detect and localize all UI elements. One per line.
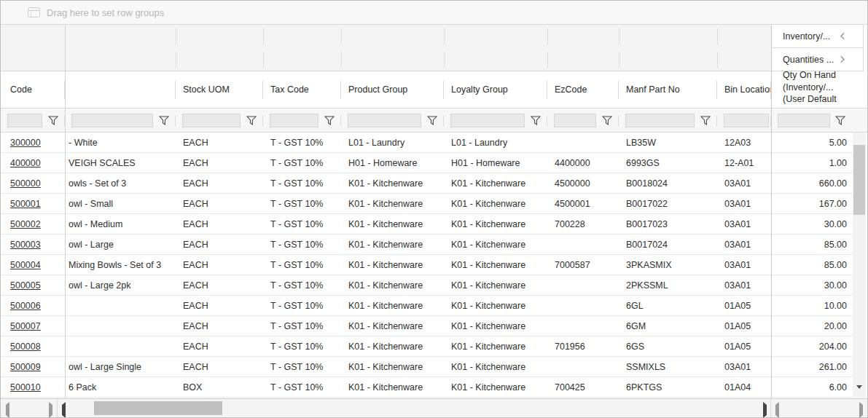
cell-description[interactable]: owl - Large Single: [65, 357, 176, 376]
cell-code[interactable]: 500005: [1, 275, 65, 295]
cell-bin_location[interactable]: 03A01: [717, 194, 771, 213]
cell-stock_uom[interactable]: EACH: [176, 275, 263, 295]
cell-qty-on-hand[interactable]: 85.00: [772, 255, 853, 275]
cell-bin_location[interactable]: 03A01: [717, 214, 771, 234]
cell-stock_uom[interactable]: EACH: [176, 153, 263, 173]
scroll-right-arrow[interactable]: [763, 405, 767, 415]
filter-input-loyalty_group[interactable]: [450, 114, 525, 127]
code-link[interactable]: 300000: [10, 138, 41, 148]
filter-funnel-icon[interactable]: [700, 116, 711, 125]
cell-qty-on-hand[interactable]: 167.00: [772, 194, 853, 214]
main-horizontal-scrollbar[interactable]: [58, 399, 771, 417]
cell-qty-on-hand[interactable]: 6.00: [772, 377, 853, 398]
cell-loyalty_group[interactable]: K01 - Kitchenware: [444, 316, 547, 336]
cell-stock_uom[interactable]: EACH: [176, 336, 263, 356]
code-link[interactable]: 500003: [10, 240, 41, 250]
cell-stock_uom[interactable]: EACH: [176, 296, 263, 315]
cell-product_group[interactable]: K01 - Kitchenware: [341, 194, 444, 213]
code-link[interactable]: 400000: [10, 158, 41, 168]
chevron-right-icon[interactable]: [840, 55, 845, 63]
cell-code[interactable]: 500010: [1, 377, 65, 397]
cell-bin_location[interactable]: 03A01: [717, 234, 771, 254]
cell-qty-on-hand[interactable]: 30.00: [772, 214, 853, 234]
filter-input-description[interactable]: [71, 114, 153, 127]
cell-tax_code[interactable]: T - GST 10%: [263, 377, 341, 397]
scroll-left-arrow[interactable]: [775, 405, 779, 415]
cell-description[interactable]: [65, 336, 176, 356]
filter-input-product_group[interactable]: [348, 114, 421, 127]
cell-code[interactable]: 400000: [1, 153, 65, 173]
filter-input-tax_code[interactable]: [270, 114, 318, 127]
cell-code[interactable]: 300000: [1, 133, 65, 152]
scroll-left-arrow[interactable]: [6, 405, 9, 415]
cell-manf_part_no[interactable]: SSMIXLS: [619, 357, 717, 376]
cell-tax_code[interactable]: T - GST 10%: [263, 194, 341, 213]
cell-stock_uom[interactable]: EACH: [176, 194, 263, 213]
cell-description[interactable]: owl - Large: [65, 234, 176, 254]
cell-code[interactable]: 500000: [1, 173, 65, 193]
filter-input-ezcode[interactable]: [554, 114, 596, 127]
cell-description[interactable]: Mixing Bowls - Set of 3: [65, 255, 176, 275]
cell-tax_code[interactable]: T - GST 10%: [263, 153, 341, 173]
cell-bin_location[interactable]: 01A04: [717, 377, 771, 397]
cell-code[interactable]: 500003: [1, 234, 65, 254]
filter-funnel-icon[interactable]: [48, 116, 58, 125]
cell-bin_location[interactable]: 01A05: [717, 296, 771, 315]
code-link[interactable]: 500002: [10, 219, 41, 229]
cell-qty-on-hand[interactable]: 10.00: [772, 296, 853, 316]
code-link[interactable]: 500005: [10, 280, 41, 291]
code-link[interactable]: 500004: [10, 260, 41, 270]
cell-loyalty_group[interactable]: K01 - Kitchenware: [444, 336, 547, 356]
cell-loyalty_group[interactable]: K01 - Kitchenware: [444, 377, 547, 397]
cell-description[interactable]: owl - Large 2pk: [65, 275, 176, 295]
column-header-code[interactable]: Code: [1, 71, 65, 108]
horizontal-scrollbar-thumb[interactable]: [94, 401, 222, 415]
cell-loyalty_group[interactable]: K01 - Kitchenware: [444, 234, 547, 254]
cell-manf_part_no[interactable]: 6993GS: [619, 153, 717, 173]
cell-bin_location[interactable]: 03A01: [717, 173, 771, 193]
column-header-manf_part_no[interactable]: Manf Part No: [619, 71, 717, 108]
code-link[interactable]: 500008: [10, 342, 41, 352]
filter-input-bin_location[interactable]: [724, 114, 769, 127]
cell-code[interactable]: 500001: [1, 194, 65, 213]
column-header-tax_code[interactable]: Tax Code: [263, 71, 341, 108]
pinned-right-scrollbar[interactable]: [771, 399, 867, 417]
cell-manf_part_no[interactable]: B0017023: [619, 214, 717, 234]
cell-qty-on-hand[interactable]: 20.00: [772, 316, 853, 336]
cell-manf_part_no[interactable]: 3PKASMIX: [619, 255, 717, 275]
cell-product_group[interactable]: K01 - Kitchenware: [341, 275, 444, 295]
cell-loyalty_group[interactable]: K01 - Kitchenware: [444, 194, 547, 213]
cell-stock_uom[interactable]: EACH: [176, 357, 263, 376]
cell-product_group[interactable]: K01 - Kitchenware: [341, 255, 444, 275]
group-header-inventory[interactable]: Inventory/...: [772, 25, 867, 48]
cell-stock_uom[interactable]: EACH: [176, 234, 263, 254]
cell-code[interactable]: 500002: [1, 214, 65, 234]
cell-ezcode[interactable]: 700228: [547, 214, 619, 234]
cell-ezcode[interactable]: [547, 133, 619, 152]
cell-stock_uom[interactable]: EACH: [176, 316, 263, 336]
cell-bin_location[interactable]: 03A01: [717, 357, 771, 376]
cell-loyalty_group[interactable]: K01 - Kitchenware: [444, 214, 547, 234]
column-header-ezcode[interactable]: EzCode: [547, 71, 619, 108]
cell-ezcode[interactable]: [547, 234, 619, 254]
cell-product_group[interactable]: K01 - Kitchenware: [341, 316, 444, 336]
filter-input-stock_uom[interactable]: [182, 114, 241, 127]
scroll-left-arrow[interactable]: [62, 405, 66, 415]
cell-code[interactable]: 500008: [1, 336, 65, 356]
vertical-scrollbar[interactable]: [853, 133, 866, 398]
cell-product_group[interactable]: L01 - Laundry: [341, 133, 444, 152]
cell-bin_location[interactable]: 12A03: [717, 133, 771, 152]
cell-code[interactable]: 500004: [1, 255, 65, 275]
code-link[interactable]: 500007: [10, 321, 41, 331]
cell-ezcode[interactable]: 4500001: [547, 194, 619, 213]
cell-loyalty_group[interactable]: H01 - Homeware: [444, 153, 547, 173]
cell-manf_part_no[interactable]: 6GL: [619, 296, 717, 315]
cell-loyalty_group[interactable]: K01 - Kitchenware: [444, 296, 547, 315]
code-link[interactable]: 500010: [10, 382, 41, 393]
cell-manf_part_no[interactable]: 6GS: [619, 336, 717, 356]
cell-stock_uom[interactable]: BOX: [176, 377, 263, 397]
cell-code[interactable]: 500007: [1, 316, 65, 336]
cell-bin_location[interactable]: 12-A01: [717, 153, 771, 173]
filter-funnel-icon[interactable]: [602, 116, 612, 125]
cell-bin_location[interactable]: 03A01: [717, 255, 771, 275]
